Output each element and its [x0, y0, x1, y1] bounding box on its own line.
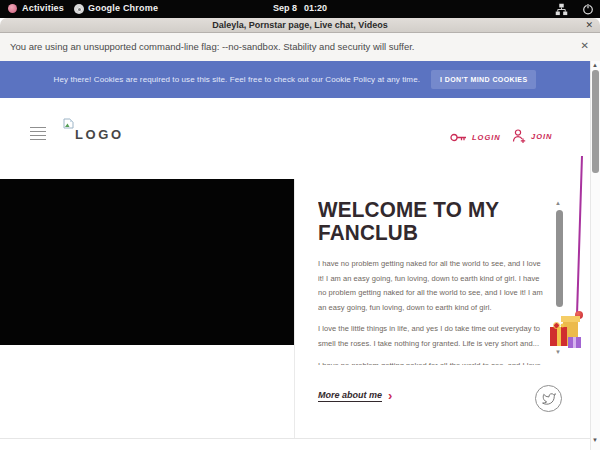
gnome-top-bar: Activities Google Chrome Sep 8 01:20: [0, 0, 600, 18]
inner-scrollbar-thumb[interactable]: [556, 210, 563, 307]
power-icon[interactable]: [582, 3, 594, 15]
gift-box-purple-icon: [568, 337, 581, 348]
cookie-banner: Hey there! Cookies are required to use t…: [0, 61, 590, 98]
gift-box-red-icon: [550, 327, 567, 346]
section-divider: [0, 438, 590, 439]
browser-scrollbar-down-arrow[interactable]: ▼: [592, 437, 598, 443]
browser-scrollbar-thumb[interactable]: [592, 70, 599, 173]
join-button[interactable]: JOIN: [512, 129, 553, 144]
welcome-paragraph-clipped: I have no problem getting naked for all …: [318, 359, 544, 365]
twitter-button[interactable]: [535, 385, 562, 412]
chrome-icon: [74, 4, 84, 14]
network-icon[interactable]: [555, 3, 568, 16]
more-about-me-link[interactable]: More about me ›: [318, 390, 392, 402]
inner-scrollbar-up-arrow[interactable]: ▲: [555, 200, 561, 206]
login-label: LOGIN: [472, 133, 501, 142]
infobar-close-button[interactable]: ✕: [581, 40, 589, 51]
infobar-message: You are using an unsupported command-lin…: [10, 41, 415, 52]
broken-image-icon: [63, 118, 74, 129]
welcome-heading-line1: WELCOME TO MY: [318, 198, 530, 221]
cookie-message: Hey there! Cookies are required to use t…: [54, 75, 420, 84]
welcome-heading-line2: FANCLUB: [318, 221, 530, 244]
welcome-paragraph-1: I have no problem getting naked for all …: [318, 257, 544, 315]
join-label: JOIN: [531, 132, 553, 141]
accept-cookies-button[interactable]: I DON'T MIND COOKIES: [431, 70, 536, 89]
user-plus-icon: [512, 129, 526, 144]
inner-scrollbar-down-arrow[interactable]: ▼: [555, 349, 561, 355]
app-menu-button[interactable]: Google Chrome: [88, 3, 158, 13]
site-logo[interactable]: LOGO: [75, 127, 124, 142]
menu-hamburger-icon[interactable]: [30, 127, 46, 140]
browser-scrollbar-up-arrow[interactable]: ▲: [592, 62, 598, 68]
twitter-bird-icon: [542, 392, 556, 406]
clock-date: Sep 8: [273, 3, 297, 13]
window-close-button[interactable]: ✕: [585, 20, 593, 30]
welcome-paragraph-2: I love the little things in life, and ye…: [318, 322, 544, 351]
clock-time: 01:20: [304, 3, 327, 13]
more-about-me-label: More about me: [318, 390, 382, 402]
login-button[interactable]: LOGIN: [450, 132, 501, 143]
welcome-scroll-area[interactable]: WELCOME TO MY FANCLUB I have no problem …: [318, 198, 544, 374]
video-player[interactable]: [0, 179, 294, 345]
screen: Activities Google Chrome Sep 8 01:20 Dal…: [0, 0, 600, 450]
window-titlebar[interactable]: Daleyla, Pornstar page, Live chat, Video…: [0, 18, 600, 33]
recording-indicator-dot: [8, 4, 17, 13]
clock-button[interactable]: Sep 8 01:20: [273, 3, 327, 13]
chrome-infobar: You are using an unsupported command-lin…: [0, 33, 600, 61]
key-icon: [450, 132, 467, 143]
activities-button[interactable]: Activities: [22, 3, 64, 13]
chevron-right-icon: ›: [388, 391, 392, 401]
window-title: Daleyla, Pornstar page, Live chat, Video…: [0, 20, 600, 30]
